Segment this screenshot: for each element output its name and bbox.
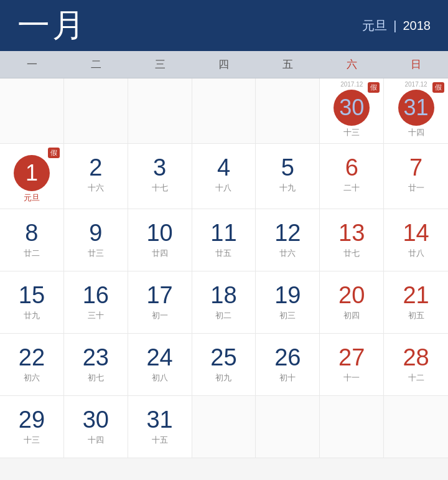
festival-label: 元旦 [362, 17, 387, 34]
day-cell-2[interactable]: 2 十六 [64, 144, 128, 209]
day-lunar-25: 初九 [215, 372, 231, 384]
day-cell-empty-3 [320, 396, 384, 458]
day-number-19: 19 [274, 283, 301, 309]
day-cell-12[interactable]: 12 廿六 [256, 209, 320, 271]
day-lunar-5: 十九 [279, 182, 296, 194]
day-number-15: 15 [19, 283, 45, 309]
day-lunar-29: 十三 [24, 435, 40, 446]
day-cell-21[interactable]: 21 初五 [384, 271, 448, 334]
day-number-16: 16 [83, 283, 109, 309]
day-lunar-7: 廿一 [408, 182, 424, 194]
day-cell-10[interactable]: 10 廿四 [128, 209, 192, 271]
day-number-13: 13 [338, 220, 365, 247]
day-lunar-19: 初三 [279, 310, 296, 321]
day-cell-empty [64, 78, 128, 144]
day-lunar-18: 初二 [215, 310, 231, 321]
day-cell-13[interactable]: 13 廿七 [320, 209, 384, 271]
day-lunar-26: 初十 [279, 372, 296, 384]
month-title: 一月 [17, 4, 87, 47]
day-cell-8[interactable]: 8 廿二 [0, 209, 64, 271]
day-cell-16[interactable]: 16 三十 [64, 271, 128, 334]
day-cell-30[interactable]: 30 十四 [64, 396, 128, 458]
day-cell-empty [128, 78, 192, 144]
day-number-11: 11 [210, 220, 236, 247]
calendar-grid: 2017.12 假 30 十三 2017.12 假 31 十四 假 1 元旦 [0, 78, 448, 458]
weekday-thu: 四 [192, 51, 256, 78]
day-cell-20[interactable]: 20 初四 [320, 271, 384, 334]
day-lunar: 十三 [343, 127, 360, 138]
day-cell-25[interactable]: 25 初九 [192, 334, 256, 396]
day-circle-dec31: 31 [398, 90, 434, 126]
weekday-wed: 三 [128, 51, 192, 78]
day-lunar-6: 二十 [343, 182, 360, 194]
day-cell-6[interactable]: 6 二十 [320, 144, 384, 209]
day-cell-24[interactable]: 24 初八 [128, 334, 192, 396]
day-cell-23[interactable]: 23 初七 [64, 334, 128, 396]
day-number-9: 9 [89, 220, 102, 247]
day-cell-31[interactable]: 31 十五 [128, 396, 192, 458]
day-cell-27[interactable]: 27 十一 [320, 334, 384, 396]
prev-month-label: 2017.12 [404, 81, 427, 88]
day-number-12: 12 [274, 220, 301, 247]
weekday-mon: 一 [0, 51, 64, 78]
day-cell-empty-1 [192, 396, 256, 458]
day-cell-18[interactable]: 18 初二 [192, 271, 256, 334]
day-cell-3[interactable]: 3 十七 [128, 144, 192, 209]
day-number-2: 2 [89, 155, 102, 181]
day-cell-29[interactable]: 29 十三 [0, 396, 64, 458]
day-lunar-14: 廿八 [408, 248, 424, 259]
day-cell-empty [256, 78, 320, 144]
day-cell-9[interactable]: 9 廿三 [64, 209, 128, 271]
day-lunar: 十四 [408, 127, 424, 138]
day-circle-1: 1 [14, 155, 50, 191]
day-number-28: 28 [403, 345, 429, 371]
day-cell-22[interactable]: 22 初六 [0, 334, 64, 396]
header-right: 元旦 | 2018 [362, 17, 431, 34]
day-cell-15[interactable]: 15 廿九 [0, 271, 64, 334]
weekday-sat: 六 [320, 51, 384, 78]
day-lunar-3: 十七 [152, 182, 168, 194]
day-number: 31 [404, 95, 429, 120]
day-lunar-22: 初六 [24, 372, 40, 384]
holiday-badge-1: 假 [48, 148, 60, 158]
day-number-21: 21 [403, 283, 429, 309]
day-lunar-2: 十六 [88, 182, 104, 194]
day-cell-5[interactable]: 5 十九 [256, 144, 320, 209]
day-lunar-15: 廿九 [24, 310, 40, 321]
day-cell-empty-2 [256, 396, 320, 458]
day-cell-dec30[interactable]: 2017.12 假 30 十三 [320, 78, 384, 144]
day-cell-17[interactable]: 17 初一 [128, 271, 192, 334]
day-cell-14[interactable]: 14 廿八 [384, 209, 448, 271]
day-number-1: 1 [26, 161, 38, 186]
day-number-30: 30 [83, 407, 109, 433]
day-lunar-23: 初七 [88, 372, 104, 384]
day-cell-11[interactable]: 11 廿五 [192, 209, 256, 271]
day-number-29: 29 [19, 407, 45, 433]
day-number-20: 20 [338, 283, 365, 309]
weekday-header: 一 二 三 四 五 六 日 [0, 51, 448, 78]
day-cell-dec31[interactable]: 2017.12 假 31 十四 [384, 78, 448, 144]
day-lunar-10: 廿四 [152, 248, 168, 259]
day-number-24: 24 [146, 345, 172, 371]
day-cell-26[interactable]: 26 初十 [256, 334, 320, 396]
day-number-17: 17 [146, 283, 172, 309]
day-number-31: 31 [146, 407, 172, 433]
day-lunar-13: 廿七 [343, 248, 360, 259]
prev-month-label: 2017.12 [340, 81, 363, 88]
day-lunar-8: 廿二 [24, 248, 40, 259]
day-number: 30 [339, 95, 364, 120]
day-number-6: 6 [345, 155, 358, 181]
day-cell-7[interactable]: 7 廿一 [384, 144, 448, 209]
weekday-tue: 二 [64, 51, 128, 78]
day-lunar-12: 廿六 [279, 248, 296, 259]
day-cell-28[interactable]: 28 十二 [384, 334, 448, 396]
day-lunar-21: 初五 [408, 310, 424, 321]
day-cell-19[interactable]: 19 初三 [256, 271, 320, 334]
day-number-8: 8 [25, 220, 38, 247]
holiday-badge: 假 [432, 82, 444, 93]
day-lunar-11: 廿五 [215, 248, 231, 259]
year-label: 2018 [403, 19, 431, 33]
day-cell-4[interactable]: 4 十八 [192, 144, 256, 209]
day-number-4: 4 [217, 155, 230, 181]
day-cell-1[interactable]: 假 1 元旦 [0, 144, 64, 209]
